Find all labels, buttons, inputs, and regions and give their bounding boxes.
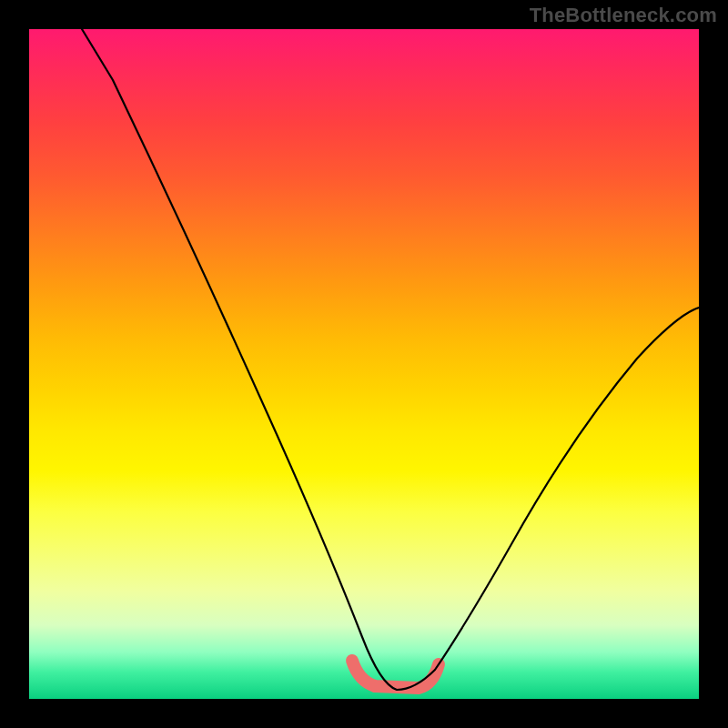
- chart-svg: [29, 29, 699, 699]
- bottleneck-curve: [82, 29, 699, 690]
- chart-frame: TheBottleneck.com: [0, 0, 728, 728]
- watermark-text: TheBottleneck.com: [530, 4, 717, 27]
- optimal-band-marker: [352, 661, 439, 688]
- plot-area: [29, 29, 699, 699]
